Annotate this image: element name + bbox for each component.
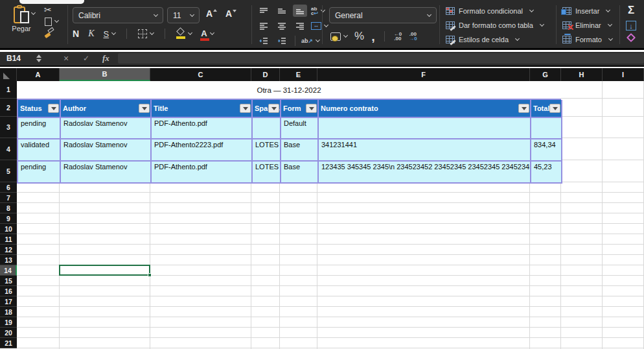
filter-button[interactable] — [240, 104, 251, 113]
increase-indent-button[interactable] — [275, 34, 289, 47]
col-header-b[interactable]: B — [60, 68, 150, 81]
cell-f5[interactable]: 123435 345345 2345\n 234523452 23452345 … — [319, 162, 531, 184]
cell-c5[interactable]: PDF-Athento.pdf — [152, 162, 253, 184]
cut-icon[interactable]: ✂ — [44, 5, 58, 14]
font-name-select[interactable]: Calibri — [73, 7, 163, 23]
cell-f3[interactable] — [319, 118, 531, 139]
col-header-i[interactable]: I — [603, 68, 644, 81]
col-header-c[interactable]: C — [150, 68, 251, 81]
clear-button[interactable] — [627, 33, 636, 42]
filter-button[interactable] — [549, 104, 560, 113]
cell-b5[interactable]: Radoslav Stamenov — [61, 162, 152, 184]
row-header-2[interactable]: 2 — [0, 99, 17, 117]
selected-cell-b14[interactable] — [59, 265, 150, 276]
comma-style-button[interactable]: , — [371, 33, 375, 40]
number-format-select[interactable]: General — [329, 7, 437, 23]
format-painter-icon[interactable] — [44, 29, 54, 38]
col-header-a[interactable]: A — [17, 68, 60, 81]
formula-input[interactable] — [118, 53, 644, 64]
cell-e5[interactable]: Base — [281, 162, 319, 184]
text-orientation-button[interactable]: ab↗ — [301, 38, 319, 44]
cell-b4[interactable]: Radoslav Stamenov — [61, 139, 152, 162]
name-box[interactable]: B14 — [6, 54, 21, 63]
stepper-up-icon[interactable] — [36, 54, 41, 58]
cell-styles-button[interactable]: Estilos de celda — [446, 34, 544, 45]
increase-decimal-button[interactable]: ←0.00 — [394, 32, 402, 42]
align-middle-button[interactable] — [275, 5, 289, 17]
cell-f4[interactable]: 341231441 — [319, 139, 531, 162]
format-cells-button[interactable]: Formato — [562, 34, 612, 45]
row-header-8[interactable]: 8 — [0, 203, 17, 213]
row-header-12[interactable]: 12 — [0, 245, 17, 255]
row-header-15[interactable]: 15 — [0, 276, 17, 286]
cell-d5[interactable]: LOTES — [253, 162, 281, 184]
table-header-total[interactable]: Total — [531, 100, 562, 118]
filter-button[interactable] — [139, 104, 150, 113]
cell-a5[interactable]: pending — [18, 162, 61, 184]
title-cell[interactable]: Otra — 31-12-2022 — [17, 81, 561, 99]
cell-g3[interactable] — [531, 118, 562, 139]
row-header-18[interactable]: 18 — [0, 307, 17, 317]
percent-style-button[interactable]: % — [354, 30, 364, 43]
cell-e3[interactable]: Default — [281, 118, 319, 139]
cell-c3[interactable]: PDF-Athento.pdf — [152, 118, 253, 139]
underline-button[interactable]: S — [103, 29, 115, 39]
table-header-numero-contrato[interactable]: Numero contrato — [319, 100, 531, 118]
row-header-14[interactable]: 14 — [0, 265, 17, 276]
name-box-stepper[interactable] — [36, 54, 41, 62]
table-header-spaces[interactable]: Spaces — [253, 100, 281, 118]
row-header-20[interactable]: 20 — [0, 328, 17, 338]
bold-button[interactable]: N — [73, 29, 79, 39]
col-header-d[interactable]: D — [251, 68, 280, 81]
insert-function-icon[interactable]: fx — [102, 53, 109, 64]
align-right-button[interactable] — [293, 19, 307, 32]
borders-button[interactable] — [138, 29, 154, 38]
filter-button[interactable] — [306, 104, 317, 113]
format-as-table-button[interactable]: Dar formato como tabla — [446, 19, 544, 30]
table-header-status[interactable]: Status — [18, 100, 61, 118]
row-header-13[interactable]: 13 — [0, 255, 17, 265]
accounting-format-button[interactable] — [330, 32, 347, 41]
select-all-corner[interactable] — [0, 68, 17, 81]
cell-e4[interactable]: Base — [281, 139, 319, 162]
row-header-21[interactable]: 21 — [0, 338, 17, 348]
merge-center-button[interactable]: ↔ — [311, 22, 328, 30]
row-header-1[interactable]: 1 — [0, 81, 17, 99]
insert-cells-button[interactable]: Insertar — [562, 5, 612, 16]
increase-font-button[interactable]: A — [206, 8, 213, 19]
align-center-button[interactable] — [275, 19, 289, 32]
fill-color-button[interactable] — [176, 29, 192, 39]
align-left-button[interactable] — [257, 19, 271, 32]
decrease-decimal-button[interactable]: .00→0 — [409, 32, 417, 42]
active-tab-fragment[interactable] — [19, 0, 84, 4]
row-header-17[interactable]: 17 — [0, 296, 17, 307]
cancel-icon[interactable]: × — [63, 53, 69, 64]
decrease-font-button[interactable]: A — [225, 8, 232, 19]
row-header-16[interactable]: 16 — [0, 286, 17, 296]
copy-button[interactable] — [44, 17, 58, 26]
col-header-e[interactable]: E — [280, 68, 317, 81]
filter-button[interactable] — [48, 104, 59, 113]
align-top-button[interactable] — [257, 5, 271, 17]
col-header-f[interactable]: F — [317, 68, 530, 81]
table-header-form[interactable]: Form — [281, 100, 319, 118]
delete-cells-button[interactable]: Eliminar — [562, 19, 612, 30]
cell-d3[interactable] — [253, 118, 281, 139]
row-header-9[interactable]: 9 — [0, 213, 17, 224]
fill-handle[interactable] — [148, 273, 152, 277]
cell-c4[interactable]: PDF-Athento2223.pdf — [152, 139, 253, 162]
align-bottom-button[interactable] — [293, 5, 307, 17]
row-header-11[interactable]: 11 — [0, 234, 17, 245]
filter-button[interactable] — [518, 104, 529, 113]
paste-button[interactable]: Pegar — [6, 5, 36, 32]
conditional-formatting-button[interactable]: Formato condicional — [446, 5, 544, 16]
col-header-h[interactable]: H — [561, 68, 603, 81]
stepper-down-icon[interactable] — [36, 59, 41, 62]
cell-g4[interactable]: 834,34 — [531, 139, 562, 162]
row-header-3[interactable]: 3 — [0, 117, 17, 138]
row-header-19[interactable]: 19 — [0, 317, 17, 328]
col-header-g[interactable]: G — [530, 68, 561, 81]
row-header-7[interactable]: 7 — [0, 193, 17, 203]
fill-down-button[interactable]: ↓ — [626, 21, 636, 30]
cell-a4[interactable]: validated — [18, 139, 61, 162]
